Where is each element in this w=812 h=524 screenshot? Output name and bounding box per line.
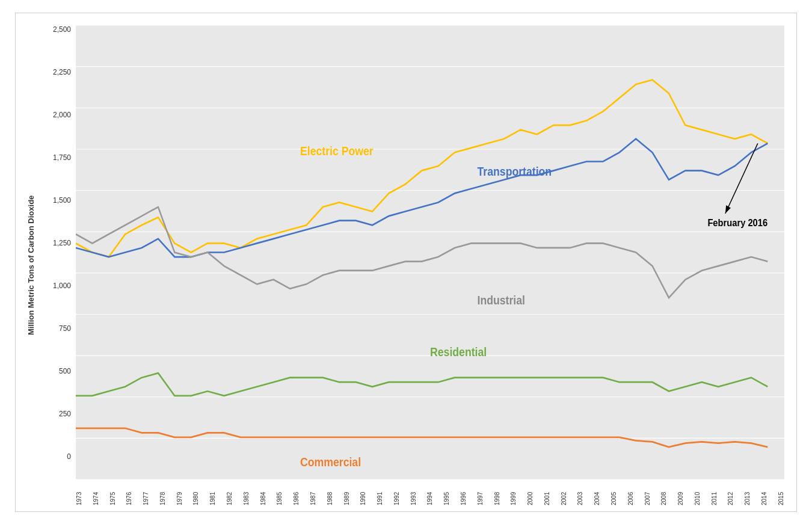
x-tick: 1986 (293, 481, 300, 505)
x-tick: 1975 (109, 481, 116, 505)
x-tick: 2010 (694, 481, 701, 505)
x-tick: 2008 (660, 481, 667, 505)
x-tick: 2011 (711, 481, 718, 505)
svg-line-12 (725, 143, 758, 213)
residential-line (76, 373, 767, 396)
x-tick: 2001 (544, 481, 550, 505)
x-tick: 1996 (460, 481, 467, 505)
residential-label: Residential (430, 345, 487, 359)
feb2016-label: February 2016 (707, 217, 767, 228)
x-tick: 2013 (744, 481, 751, 505)
x-tick: 2007 (644, 481, 651, 505)
x-tick: 1992 (393, 481, 400, 505)
x-tick: 1983 (243, 481, 250, 505)
x-tick: 2005 (611, 481, 617, 505)
y-tick: 1,000 (53, 282, 71, 290)
x-tick: 1997 (477, 481, 484, 505)
electric-power-line (76, 79, 767, 256)
x-tick: 1977 (143, 481, 149, 505)
x-tick: 1989 (343, 481, 350, 505)
y-axis-label: Million Metric Tons of Carbon Dioxide (22, 25, 40, 505)
x-axis-labels: 1973197419751976197719781979198019811982… (43, 479, 784, 505)
industrial-line (76, 207, 767, 298)
x-tick: 2003 (577, 481, 583, 505)
y-tick: 250 (59, 410, 71, 418)
y-tick: 2,500 (53, 25, 71, 34)
x-tick: 1988 (327, 481, 333, 505)
industrial-label: Industrial (478, 294, 525, 307)
x-tick: 2002 (561, 481, 567, 505)
y-tick: 500 (59, 367, 71, 375)
electric-power-label: Electric Power (300, 144, 374, 157)
x-tick: 1979 (176, 481, 183, 505)
commercial-label: Commercial (300, 455, 361, 469)
x-tick: 1987 (310, 481, 316, 505)
chart-svg: Electric Power Transportation Industrial… (76, 25, 784, 479)
plot-area: Electric Power Transportation Industrial… (76, 25, 784, 479)
y-ticks: 2,5002,2502,0001,7501,5001,2501,00075050… (43, 25, 76, 479)
x-tick: 1976 (126, 481, 132, 505)
y-tick: 2,000 (53, 111, 71, 119)
x-tick: 2000 (527, 481, 534, 505)
x-tick: 1985 (276, 481, 283, 505)
x-tick: 1991 (377, 481, 383, 505)
x-tick: 1984 (260, 481, 266, 505)
commercial-line (76, 428, 767, 446)
y-tick: 750 (59, 324, 71, 333)
chart-inner: 2,5002,2502,0001,7501,5001,2501,00075050… (43, 25, 784, 505)
x-tick: 1990 (360, 481, 366, 505)
x-tick: 1980 (192, 481, 199, 505)
x-tick: 1998 (494, 481, 500, 505)
x-tick: 1978 (159, 481, 166, 505)
x-tick: 2015 (778, 481, 784, 505)
y-tick: 1,250 (53, 239, 71, 247)
x-tick: 1993 (410, 481, 417, 505)
y-tick: 2,250 (53, 68, 71, 76)
x-tick: 2009 (677, 481, 684, 505)
chart-area: Million Metric Tons of Carbon Dioxide 2,… (22, 25, 784, 505)
y-tick: 0 (67, 452, 71, 461)
x-tick: 1995 (443, 481, 450, 505)
x-tick: 1981 (209, 481, 216, 505)
x-tick: 2014 (761, 481, 767, 505)
transportation-line (76, 138, 767, 256)
x-tick: 1974 (93, 481, 99, 505)
x-tick: 2006 (627, 481, 634, 505)
plot-and-yaxis: 2,5002,2502,0001,7501,5001,2501,00075050… (43, 25, 784, 479)
x-tick: 1973 (76, 481, 82, 505)
x-tick: 1994 (426, 481, 433, 505)
x-tick: 2004 (594, 481, 600, 505)
transportation-label: Transportation (478, 165, 552, 178)
x-tick: 1999 (510, 481, 517, 505)
x-tick: 2012 (727, 481, 734, 505)
x-tick: 1982 (226, 481, 233, 505)
chart-container: Million Metric Tons of Carbon Dioxide 2,… (15, 13, 797, 512)
y-tick: 1,750 (53, 153, 71, 162)
y-tick: 1,500 (53, 196, 71, 205)
